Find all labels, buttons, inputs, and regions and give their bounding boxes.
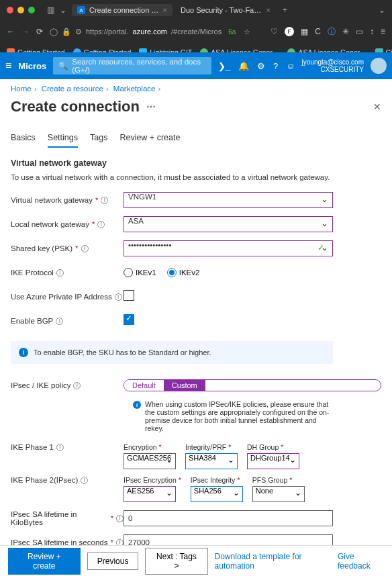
close-tab-icon[interactable]: × [163, 6, 167, 14]
lock-icon: 🔒 [62, 28, 71, 36]
ext-icon[interactable]: ⓘ [328, 26, 336, 38]
sa-kb-label: IPsec SA lifetime in KiloBytes * i [11, 510, 124, 526]
p1-enc-label: Encryption * [124, 443, 176, 451]
info-icon[interactable]: i [56, 318, 63, 325]
crumb[interactable]: Marketplace [113, 85, 156, 93]
info-icon[interactable]: i [97, 221, 105, 228]
tab-review[interactable]: Review + create [119, 133, 180, 148]
bgp-checkbox[interactable] [124, 314, 134, 325]
portal-icons: ❯_ 🔔 ⚙ ? ☺ [218, 61, 295, 71]
new-tab-icon[interactable]: + [283, 5, 287, 15]
help-icon[interactable]: ? [273, 61, 278, 71]
settings-icon[interactable]: ⚙ [257, 61, 265, 71]
pocket-icon[interactable]: ♡ [271, 27, 278, 36]
portal-search[interactable]: 🔍 Search resources, services, and docs (… [53, 57, 211, 75]
notifications-icon[interactable]: 🔔 [238, 61, 249, 71]
permissions-icon: ⚙ [75, 28, 82, 36]
hamburger-icon[interactable]: ≡ [5, 60, 11, 72]
url-path: /#create/Micros [171, 28, 222, 36]
ext-icon[interactable]: ↕ [370, 27, 374, 36]
give-feedback-link[interactable]: Give feedback [338, 552, 384, 571]
info-icon[interactable]: i [115, 293, 122, 301]
sa-kb-input[interactable]: 0 [124, 510, 333, 526]
p1-int-select[interactable]: SHA384 [185, 453, 238, 469]
cloudshell-icon[interactable]: ❯_ [218, 61, 230, 71]
close-tab-icon[interactable]: × [266, 6, 271, 14]
download-template-link[interactable]: Download a template for automation [215, 552, 331, 571]
forward-icon[interactable]: → [21, 27, 30, 36]
tab-basics[interactable]: Basics [11, 133, 36, 148]
chevron-down-icon[interactable]: ⌄ [379, 5, 385, 15]
p2-pfs-label: PFS Group * [252, 476, 305, 484]
info-icon[interactable]: i [56, 269, 64, 277]
form-tabs: Basics Settings Tags Review + create [11, 133, 381, 148]
browser-titlebar: ▥ ⌄ A Create connection - Microsoft A × … [0, 0, 392, 20]
form: Virtual network gateway * i VNGW1 Local … [11, 191, 381, 576]
info-icon[interactable]: i [81, 477, 88, 484]
info-icon[interactable]: i [73, 382, 81, 389]
more-icon[interactable]: ⋯ [146, 101, 156, 112]
policy-label: IPsec / IKE policy i [11, 381, 124, 389]
p1-dh-select[interactable]: DHGroup14 [247, 453, 299, 469]
close-window[interactable] [7, 7, 13, 13]
ikev1-radio[interactable]: IKEv1 [124, 268, 156, 277]
info-icon[interactable]: i [81, 245, 89, 252]
info-icon[interactable]: i [101, 197, 108, 204]
p2-pfs-select[interactable]: None [252, 486, 305, 502]
bgp-info-message: i To enable BGP, the SKU has to be Stand… [11, 341, 333, 364]
url-field[interactable]: ◯ 🔒 ⚙ https://portal.azure.com/#create/M… [50, 28, 264, 36]
psk-input[interactable]: ••••••••••••••••✓ [124, 240, 333, 256]
url-prefix: https://portal. [86, 28, 129, 36]
p2-enc-label: IPsec Encryption * [124, 476, 181, 484]
phase2-label: IKE Phase 2(IPsec) i [11, 476, 124, 484]
info-icon[interactable]: i [56, 444, 64, 451]
portal-topbar: ≡ Micros 🔍 Search resources, services, a… [0, 52, 392, 79]
private-ip-checkbox[interactable] [124, 290, 134, 301]
previous-button[interactable]: Previous [87, 553, 139, 570]
back-icon[interactable]: ← [7, 27, 15, 36]
menu-icon[interactable]: ≡ [381, 27, 385, 36]
section-description: To use a virtual network with a connecti… [11, 173, 381, 181]
qr-icon[interactable]: ▦ [301, 27, 308, 36]
bookmark-star-icon[interactable]: ☆ [244, 28, 250, 36]
browser-tab[interactable]: Duo Security - Two-Factor Auth × [175, 4, 276, 16]
ikev2-radio[interactable]: IKEv2 [167, 268, 200, 277]
info-icon: i [19, 348, 28, 357]
p2-int-label: IPsec Integrity * [191, 476, 243, 484]
vng-select[interactable]: VNGW1 [124, 192, 333, 208]
maximize-window[interactable] [28, 7, 35, 13]
tab-settings[interactable]: Settings [48, 133, 78, 148]
avatar[interactable] [371, 58, 387, 74]
info-icon: i [133, 401, 141, 409]
search-icon: 🔍 [58, 61, 68, 70]
next-button[interactable]: Next : Tags > [145, 548, 207, 575]
p2-enc-select[interactable]: AES256 [124, 486, 176, 502]
policy-default[interactable]: Default [124, 380, 164, 391]
portal-brand: Micros [18, 61, 46, 71]
info-icon[interactable]: i [116, 515, 124, 522]
ext-icon[interactable]: ▭ [356, 27, 363, 36]
toolbar-icons: ♡ F ▦ C ⓘ ✳ ▭ ↕ ≡ [271, 26, 385, 38]
browser-tab-active[interactable]: A Create connection - Microsoft A × [72, 4, 173, 16]
chevron-down-icon[interactable]: ⌄ [60, 5, 66, 15]
crumb[interactable]: Create a resource [42, 85, 103, 93]
tab-tags[interactable]: Tags [90, 133, 107, 148]
p1-enc-select[interactable]: GCMAES256 [124, 453, 176, 469]
account-email: jyoungta@cisco.com [302, 58, 364, 66]
feedback-icon[interactable]: ☺ [286, 61, 295, 71]
ext-icon[interactable]: ✳ [342, 27, 349, 36]
reload-icon[interactable]: ⟳ [36, 27, 43, 36]
policy-custom[interactable]: Custom [164, 380, 205, 391]
sidebar-toggle-icon[interactable]: ▥ [47, 5, 54, 15]
review-create-button[interactable]: Review + create [8, 548, 81, 575]
lng-select[interactable]: ASA [124, 216, 333, 232]
p2-int-select[interactable]: SHA256 [191, 486, 243, 502]
account-tenant: CXSECURITY [302, 66, 364, 73]
close-blade-icon[interactable]: ✕ [373, 101, 381, 112]
minimize-window[interactable] [17, 7, 24, 13]
ext-icon[interactable]: C [315, 27, 321, 36]
account-info[interactable]: jyoungta@cisco.com CXSECURITY [302, 58, 364, 73]
crumb[interactable]: Home [11, 85, 32, 93]
ext-icon[interactable]: F [285, 27, 294, 36]
p1-int-label: Integrity/PRF * [185, 443, 238, 451]
